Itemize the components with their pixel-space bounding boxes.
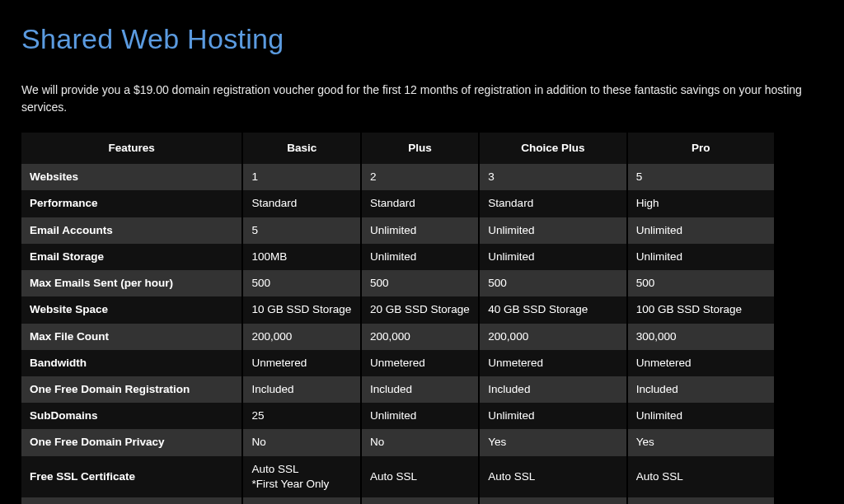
feature-value: 100MB <box>243 244 361 270</box>
feature-label: Free SSL Certificate <box>21 456 243 497</box>
table-header-row: Features Basic Plus Choice Plus Pro <box>21 133 776 164</box>
page-title: Shared Web Hosting <box>21 23 823 55</box>
feature-value: Included <box>480 376 627 403</box>
table-row: One Free Domain PrivacyNoNoYesYes <box>21 429 776 455</box>
feature-value: 200,000 <box>362 324 480 350</box>
feature-label: Bandwidth <box>21 350 243 376</box>
table-row: One Free Domain RegistrationIncludedIncl… <box>21 376 776 403</box>
feature-value: 10 GB SSD Storage <box>243 296 361 323</box>
feature-value: Yes <box>628 429 776 455</box>
feature-value: Unmetered <box>362 350 480 376</box>
feature-value: High <box>628 190 776 217</box>
feature-label: Premium SSL Certificate <box>21 497 243 504</box>
feature-value: 40 GB SSD Storage <box>480 296 627 323</box>
feature-value: 500 <box>243 270 361 296</box>
table-body: Websites1235PerformanceStandardStandardS… <box>21 164 776 504</box>
feature-value: Unlimited <box>628 217 776 244</box>
feature-label: Max Emails Sent (per hour) <box>21 270 243 296</box>
feature-value: 5 <box>243 217 361 244</box>
table-row: SubDomains25UnlimitedUnlimitedUnlimited <box>21 403 776 429</box>
header-pro: Pro <box>628 133 776 164</box>
table-row: Free SSL CertificateAuto SSL *First Year… <box>21 456 776 497</box>
feature-value: 1 <box>243 164 361 190</box>
feature-value: 20 GB SSD Storage <box>362 296 480 323</box>
feature-label: One Free Domain Privacy <box>21 429 243 455</box>
feature-value: Standard <box>243 190 361 217</box>
feature-value: Positive SSL <box>628 497 776 504</box>
table-row: Max Emails Sent (per hour)500500500500 <box>21 270 776 296</box>
header-basic: Basic <box>243 133 361 164</box>
feature-value: Auto SSL *First Year Only <box>243 456 361 497</box>
feature-label: Performance <box>21 190 243 217</box>
feature-label: SubDomains <box>21 403 243 429</box>
feature-value: Auto SSL <box>480 456 627 497</box>
feature-value: Unlimited <box>480 403 627 429</box>
table-row: Email Storage100MBUnlimitedUnlimitedUnli… <box>21 244 776 270</box>
feature-value: No <box>243 429 361 455</box>
feature-value: Auto SSL <box>362 456 480 497</box>
feature-value: Standard <box>362 190 480 217</box>
table-row: Max File Count200,000200,000200,000300,0… <box>21 324 776 350</box>
feature-value: Unlimited <box>628 244 776 270</box>
feature-value: Unmetered <box>628 350 776 376</box>
feature-value: Standard <box>480 190 627 217</box>
feature-value: Included <box>628 376 776 403</box>
table-row: PerformanceStandardStandardStandardHigh <box>21 190 776 217</box>
feature-label: Email Accounts <box>21 217 243 244</box>
table-row: Premium SSL CertificateNoNoNoPositive SS… <box>21 497 776 504</box>
intro-text: We will provide you a $19.00 domain regi… <box>21 82 813 116</box>
table-row: Website Space10 GB SSD Storage20 GB SSD … <box>21 296 776 323</box>
feature-value: Unmetered <box>243 350 361 376</box>
feature-value: 200,000 <box>243 324 361 350</box>
feature-value: 5 <box>628 164 776 190</box>
table-row: BandwidthUnmeteredUnmeteredUnmeteredUnme… <box>21 350 776 376</box>
feature-label: Websites <box>21 164 243 190</box>
feature-value: No <box>243 497 361 504</box>
feature-value: 3 <box>480 164 627 190</box>
feature-value: 2 <box>362 164 480 190</box>
feature-value: 25 <box>243 403 361 429</box>
feature-value: Included <box>243 376 361 403</box>
table-row: Email Accounts5UnlimitedUnlimitedUnlimit… <box>21 217 776 244</box>
feature-value: Unlimited <box>480 217 627 244</box>
feature-value: Unmetered <box>480 350 627 376</box>
feature-label: One Free Domain Registration <box>21 376 243 403</box>
feature-label: Email Storage <box>21 244 243 270</box>
feature-value: 500 <box>480 270 627 296</box>
feature-value: Unlimited <box>628 403 776 429</box>
feature-value: No <box>362 429 480 455</box>
feature-value: 500 <box>628 270 776 296</box>
feature-value: Unlimited <box>480 244 627 270</box>
feature-value: 500 <box>362 270 480 296</box>
feature-label: Max File Count <box>21 324 243 350</box>
header-features: Features <box>21 133 243 164</box>
feature-value: 300,000 <box>628 324 776 350</box>
header-choice-plus: Choice Plus <box>480 133 627 164</box>
feature-value: 200,000 <box>480 324 627 350</box>
feature-value: Unlimited <box>362 244 480 270</box>
feature-label: Website Space <box>21 296 243 323</box>
feature-value: 100 GB SSD Storage <box>628 296 776 323</box>
pricing-table: Features Basic Plus Choice Plus Pro Webs… <box>21 133 776 504</box>
feature-value: Included <box>362 376 480 403</box>
feature-value: Yes <box>480 429 627 455</box>
header-plus: Plus <box>362 133 480 164</box>
feature-value: Unlimited <box>362 403 480 429</box>
table-row: Websites1235 <box>21 164 776 190</box>
feature-value: Unlimited <box>362 217 480 244</box>
feature-value: Auto SSL <box>628 456 776 497</box>
feature-value: No <box>362 497 480 504</box>
feature-value: No <box>480 497 627 504</box>
